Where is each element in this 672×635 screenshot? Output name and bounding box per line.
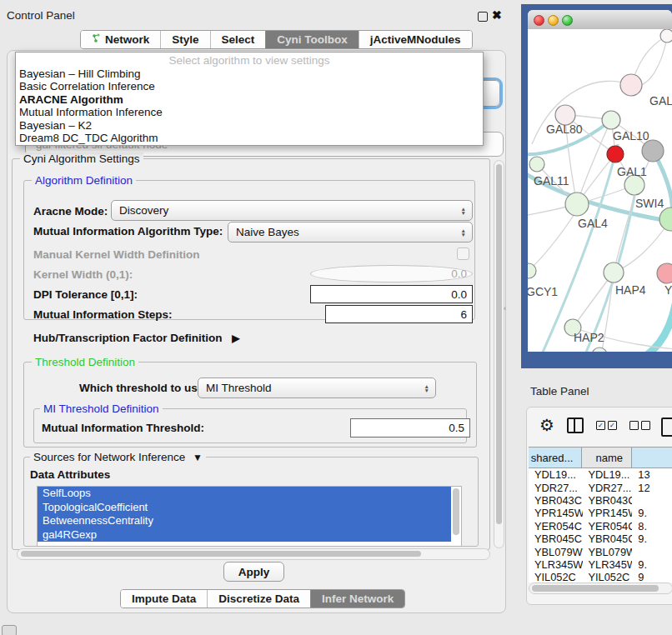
splitter-collapse-icon[interactable]: ‹: [504, 305, 509, 312]
algorithm-option[interactable]: Bayesian – Hill Climbing: [16, 68, 483, 80]
mi-threshold-label: Mutual Information Threshold:: [42, 422, 204, 434]
mi-steps-field[interactable]: 6: [325, 305, 473, 323]
collapse-down-icon: ▼: [193, 452, 203, 463]
table-toolbar: ⚙ ✓✓: [527, 408, 672, 442]
table-horizontal-scrollbar[interactable]: [529, 582, 672, 594]
algorithm-option[interactable]: ARACNE Algorithm: [16, 93, 483, 106]
table-row[interactable]: YDR27...YDR27...12: [529, 481, 672, 493]
minimize-traffic-light-icon[interactable]: [548, 15, 559, 26]
close-icon[interactable]: ✖: [492, 8, 502, 22]
mi-type-combobox[interactable]: Naive Bayes ▲▼: [228, 222, 473, 242]
node-label: GCY1: [528, 285, 558, 298]
network-edge[interactable]: [614, 196, 634, 272]
tab-cyni-toolbox[interactable]: Cyni Toolbox: [265, 31, 359, 48]
algorithm-option[interactable]: Bayesian – K2: [16, 119, 483, 132]
network-canvas[interactable]: GALGAL80GAL10GAL1GAL11SWI4GAL4GCY1HAP4YH…: [528, 29, 672, 352]
screen: Control Panel ✖ Network Style Select Cyn…: [0, 0, 672, 635]
attribute-item[interactable]: gal4RGexp: [38, 528, 451, 542]
table-cell: YDR27...: [529, 482, 583, 494]
table-row[interactable]: YBR045CYBR045C9.: [529, 532, 672, 545]
network-node[interactable]: [529, 157, 544, 172]
attribute-item[interactable]: TopologicalCoefficient: [38, 501, 451, 515]
dock-icon[interactable]: [2, 625, 17, 635]
tab-discretize-data[interactable]: Discretize Data: [207, 590, 310, 608]
table-row[interactable]: YBL079WYBL079W: [529, 545, 672, 558]
tab-network[interactable]: Network: [81, 31, 160, 48]
network-node[interactable]: [528, 263, 536, 278]
columns-icon[interactable]: [567, 418, 584, 433]
table-cell: YBR043C: [529, 494, 583, 507]
table-cell: YPR145W: [583, 507, 633, 519]
algorithm-option[interactable]: Dream8 DC_TDC Algorithm: [16, 132, 483, 144]
algorithm-option[interactable]: Mutual Information Inference: [16, 106, 483, 118]
document-icon[interactable]: [661, 418, 672, 437]
combo-arrows-icon: ▲▼: [461, 228, 466, 237]
tab-infer-network[interactable]: Infer Network: [310, 590, 404, 608]
node-label: SWI4: [635, 197, 664, 210]
sources-legend[interactable]: Sources for Network Inference ▼: [30, 451, 206, 463]
control-panel-title: Control Panel: [7, 9, 75, 22]
manual-kernel-checkbox[interactable]: [457, 248, 469, 260]
settings-vertical-scrollbar[interactable]: [494, 160, 504, 548]
network-node[interactable]: [602, 111, 620, 129]
table-cell: 9: [632, 571, 672, 582]
network-node[interactable]: [642, 140, 664, 162]
network-node[interactable]: [565, 192, 589, 216]
cyni-mode-tabs: Impute Data Discretize Data Infer Networ…: [120, 589, 405, 608]
table-row[interactable]: YDL19...YDL19...13: [529, 468, 672, 481]
algorithm-option[interactable]: Basic Correlation Inference: [16, 80, 483, 92]
network-node[interactable]: [659, 208, 672, 231]
table-cell: YBL079W: [529, 546, 583, 558]
table-row[interactable]: YBR043CYBR043C: [529, 494, 672, 507]
attribute-item[interactable]: BetweennessCentrality: [38, 514, 451, 528]
tab-style[interactable]: Style: [160, 31, 209, 48]
attributes-scrollbar[interactable]: [453, 488, 459, 535]
unchecked-boxes-icon[interactable]: [629, 421, 650, 430]
tab-network-label: Network: [105, 33, 149, 46]
network-node[interactable]: [607, 146, 624, 162]
kernel-width-field[interactable]: 0.0: [310, 265, 473, 282]
settings-horizontal-scrollbar[interactable]: [17, 548, 490, 560]
hub-definition-toggle[interactable]: Hub/Transcription Factor Definition ▶: [33, 332, 240, 344]
tab-jactivemnodules[interactable]: jActiveMNodules: [359, 31, 472, 48]
node-label: GAL1: [617, 165, 647, 178]
network-node[interactable]: [592, 348, 607, 352]
apply-button[interactable]: Apply: [223, 562, 284, 582]
table-cell: YLR345W: [583, 558, 633, 571]
node-label: GAL4: [578, 217, 608, 230]
column-header-name[interactable]: name: [582, 448, 632, 468]
table-row[interactable]: YPR145WYPR145W9.: [529, 507, 672, 519]
dpi-tolerance-field[interactable]: 0.0: [310, 285, 473, 303]
close-traffic-light-icon[interactable]: [534, 15, 544, 26]
table-cell: 9.: [632, 507, 672, 519]
table-row[interactable]: YIL052CYIL052C9: [529, 571, 672, 582]
network-node[interactable]: [657, 263, 672, 283]
network-window-titlebar[interactable]: [528, 10, 672, 30]
table-row[interactable]: YER054CYER054C8.: [529, 520, 672, 532]
threshold-definition-legend: Threshold Definition: [32, 356, 138, 368]
network-node[interactable]: [620, 74, 642, 96]
control-panel: Control Panel ✖ Network Style Select Cyn…: [0, 0, 511, 613]
column-header-shared-name[interactable]: shared...: [529, 448, 582, 468]
network-icon: [92, 33, 101, 46]
column-header-partial[interactable]: [632, 448, 672, 468]
checked-boxes-icon[interactable]: ✓✓: [596, 421, 617, 430]
table-row[interactable]: YLR345WYLR345W9.: [529, 558, 672, 571]
node-label: Y: [664, 283, 672, 297]
network-edge[interactable]: [529, 214, 574, 271]
which-threshold-combobox[interactable]: MI Threshold ▲▼: [198, 378, 436, 398]
tab-impute-data[interactable]: Impute Data: [121, 590, 207, 608]
data-attributes-list[interactable]: SelfLoopsTopologicalCoefficientBetweenne…: [37, 486, 462, 547]
network-node[interactable]: [660, 29, 672, 42]
network-view-window: GALGAL80GAL10GAL1GAL11SWI4GAL4GCY1HAP4YH…: [521, 4, 672, 368]
aracne-mode-combobox[interactable]: Discovery ▲▼: [111, 200, 473, 221]
zoom-traffic-light-icon[interactable]: [562, 15, 573, 26]
attribute-item[interactable]: SelfLoops: [38, 487, 451, 501]
gear-icon[interactable]: ⚙: [539, 417, 554, 433]
mi-threshold-field[interactable]: 0.5: [350, 418, 470, 438]
network-node[interactable]: [604, 262, 624, 282]
manual-kernel-label: Manual Kernel Width Definition: [33, 248, 199, 261]
tab-select[interactable]: Select: [210, 31, 266, 48]
float-icon[interactable]: [478, 12, 488, 22]
mi-steps-label: Mutual Information Steps:: [33, 308, 173, 321]
